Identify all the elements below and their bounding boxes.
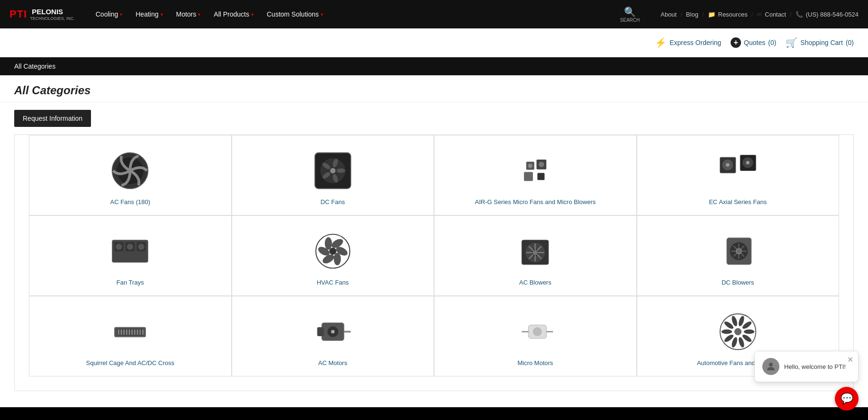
lightning-icon: ⚡ <box>655 37 667 48</box>
quotes-label: Quotes <box>744 39 765 46</box>
request-information-button[interactable]: Request Information <box>14 110 91 127</box>
email-icon: ✉ <box>757 11 762 18</box>
product-name-ac-blower[interactable]: AC Blowers <box>519 279 552 286</box>
nav-motors[interactable]: Motors ▾ <box>170 0 208 28</box>
nav-custom-solutions[interactable]: Custom Solutions ▾ <box>260 0 330 28</box>
folder-icon: 📁 <box>708 11 715 18</box>
svg-point-29 <box>138 243 145 250</box>
svg-point-93 <box>769 363 773 366</box>
blog-link[interactable]: Blog <box>686 11 698 18</box>
chevron-down-icon: ▾ <box>198 12 200 17</box>
product-cell-micro-motor[interactable]: Micro Motors <box>434 296 637 376</box>
product-image-ec-axial <box>714 149 761 192</box>
svg-rect-68 <box>134 329 136 334</box>
plus-icon: + <box>731 37 741 48</box>
top-navigation: PTI PELONIS TECHNOLOGIES, INC. Cooling ▾… <box>0 0 868 28</box>
product-image-micro-motor <box>512 310 559 353</box>
svg-point-19 <box>726 163 730 167</box>
express-ordering-label: Express Ordering <box>669 39 721 46</box>
svg-rect-63 <box>121 329 122 334</box>
svg-rect-73 <box>317 327 324 336</box>
product-name-fan-tray[interactable]: Fan Trays <box>117 279 144 286</box>
product-name-ec-axial[interactable]: EC Axial Series Fans <box>709 198 767 206</box>
logo[interactable]: PTI PELONIS TECHNOLOGIES, INC. <box>9 8 75 21</box>
product-cell-hvac-fan[interactable]: HVAC Fans <box>232 215 434 296</box>
product-cell-squirrel-cage[interactable]: Squirrel Cage And AC/DC Cross <box>29 296 232 376</box>
nav-cooling[interactable]: Cooling ▾ <box>89 0 129 28</box>
nav-all-products[interactable]: All Products ▾ <box>207 0 260 28</box>
logo-pti: PTI <box>9 8 27 20</box>
svg-point-87 <box>721 329 732 333</box>
svg-point-75 <box>331 330 335 333</box>
quotes-link[interactable]: + Quotes (0) <box>731 37 776 48</box>
svg-point-6 <box>336 168 345 172</box>
svg-point-82 <box>744 329 755 333</box>
product-image-ac-motor <box>309 310 356 353</box>
product-name-ac-motor[interactable]: AC Motors <box>318 359 347 366</box>
product-image-auto-fan <box>714 310 761 353</box>
product-image-micro-fan <box>512 149 559 192</box>
product-name-micro-fan[interactable]: AIR-G Series Micro Fans and Micro Blower… <box>475 198 596 206</box>
svg-rect-69 <box>137 329 138 334</box>
product-image-fan-tray <box>107 230 154 272</box>
svg-point-15 <box>528 163 533 168</box>
search-label: SEARCH <box>620 18 640 23</box>
main-content: ⚡ Express Ordering + Quotes (0) 🛒 Shoppi… <box>0 28 868 407</box>
breadcrumb-label: All Categories <box>14 63 55 70</box>
svg-rect-67 <box>132 329 133 334</box>
product-image-hvac-fan <box>309 230 356 272</box>
chat-greeting: Hello, welcome to PTI! <box>784 363 846 370</box>
nav-links: Cooling ▾ Heating ▾ Motors ▾ All Product… <box>89 0 614 28</box>
product-image-dc-blower <box>714 230 761 272</box>
page-title-section: All Categories <box>0 75 868 102</box>
express-ordering-link[interactable]: ⚡ Express Ordering <box>655 37 721 48</box>
product-cell-micro-fan[interactable]: AIR-G Series Micro Fans and Micro Blower… <box>434 135 637 215</box>
svg-point-22 <box>746 161 750 164</box>
phone-icon: 📞 <box>796 11 803 18</box>
product-cell-ec-axial[interactable]: EC Axial Series Fans <box>637 135 840 215</box>
svg-rect-66 <box>129 329 130 334</box>
resources-link[interactable]: Resources <box>718 11 748 18</box>
svg-rect-13 <box>524 172 533 181</box>
product-image-squirrel-cage <box>107 310 154 353</box>
svg-rect-62 <box>118 329 119 334</box>
product-name-hvac-fan[interactable]: HVAC Fans <box>316 279 349 286</box>
about-link[interactable]: About <box>660 11 677 18</box>
product-image-ac-blower <box>512 230 559 272</box>
chevron-down-icon: ▾ <box>321 12 323 17</box>
product-cell-fan-tray[interactable]: Fan Trays <box>29 215 232 296</box>
secondary-nav: About / Blog / 📁 Resources / ✉ Contact /… <box>660 11 859 18</box>
search-button[interactable]: 🔍 SEARCH <box>614 0 647 28</box>
product-name-dc-blower[interactable]: DC Blowers <box>722 279 754 286</box>
chat-avatar <box>762 358 779 375</box>
shopping-cart-link[interactable]: 🛒 Shopping Cart (0) <box>786 37 854 48</box>
chevron-down-icon: ▾ <box>120 12 122 17</box>
product-name-micro-motor[interactable]: Micro Motors <box>517 359 553 366</box>
svg-point-5 <box>330 168 335 173</box>
product-cell-dc-fan[interactable]: DC Fans <box>232 135 434 215</box>
chat-bubble-button[interactable]: 💬 <box>835 387 859 407</box>
svg-point-16 <box>539 161 544 167</box>
contact-link[interactable]: Contact <box>765 11 786 18</box>
product-cell-ac-blower[interactable]: AC Blowers <box>434 215 637 296</box>
product-image-ac-fan <box>107 149 154 192</box>
svg-rect-70 <box>140 329 141 334</box>
phone-number: (US) 888-546-0524 <box>806 11 859 18</box>
product-cell-ac-fan[interactable]: AC Fans (180) <box>29 135 232 215</box>
svg-rect-14 <box>537 173 544 180</box>
product-name-dc-fan[interactable]: DC Fans <box>321 198 345 206</box>
cart-count: (0) <box>846 39 854 46</box>
svg-point-78 <box>533 327 542 336</box>
logo-subtitle: TECHNOLOGIES, INC. <box>30 16 75 21</box>
page-title: All Categories <box>14 84 854 97</box>
action-bar: Request Information <box>0 102 868 134</box>
product-name-ac-fan[interactable]: AC Fans (180) <box>110 198 150 206</box>
nav-heating[interactable]: Heating ▾ <box>129 0 169 28</box>
product-cell-ac-motor[interactable]: AC Motors <box>232 296 434 376</box>
chevron-down-icon: ▾ <box>161 12 163 17</box>
utility-bar: ⚡ Express Ordering + Quotes (0) 🛒 Shoppi… <box>0 28 868 57</box>
product-cell-dc-blower[interactable]: DC Blowers <box>637 215 840 296</box>
svg-rect-65 <box>126 329 127 334</box>
product-name-squirrel-cage[interactable]: Squirrel Cage And AC/DC Cross <box>86 359 174 366</box>
chat-close-button[interactable]: ✕ <box>847 355 853 364</box>
